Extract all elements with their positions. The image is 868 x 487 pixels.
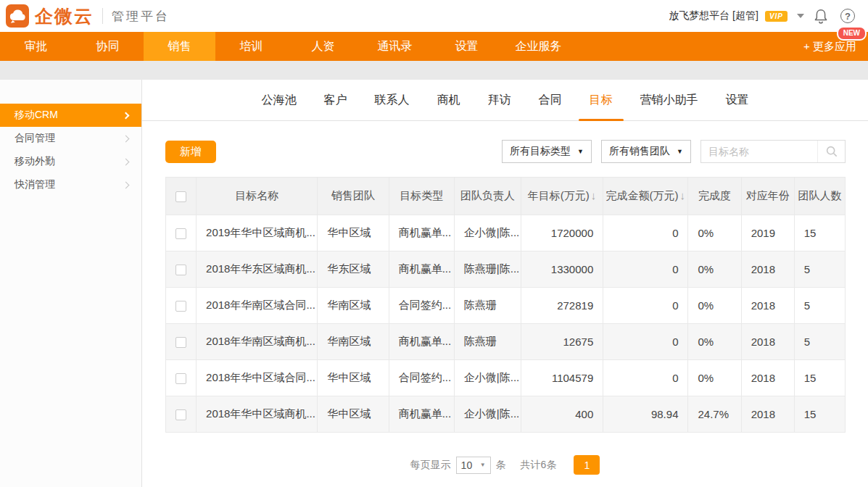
header-cell: 团队人数 — [794, 178, 845, 215]
cell-completed: 0 — [603, 288, 688, 324]
page-1-button[interactable]: 1 — [574, 455, 600, 475]
nav-item-approval[interactable]: 审批 — [0, 32, 72, 61]
chevron-right-icon — [123, 181, 130, 188]
sidebar-item-fmcg-management[interactable]: 快消管理 — [0, 173, 141, 196]
nav-item-training[interactable]: 培训 — [215, 32, 287, 61]
nav-item-enterprise-services[interactable]: 企业服务 — [503, 32, 574, 61]
per-page-select[interactable]: 10 ▼ — [456, 457, 491, 474]
column-label: 目标类型 — [400, 189, 443, 201]
main-panel: 公海池客户联系人商机拜访合同目标营销小助手设置 新增 所有目标类型 ▼ 所有销售… — [142, 80, 868, 487]
cell-owner: 企小微|陈... — [454, 360, 521, 396]
target-type-filter[interactable]: 所有目标类型 ▼ — [502, 140, 592, 163]
sidebar-item-contract-management[interactable]: 合同管理 — [0, 127, 141, 150]
tab-opportunities[interactable]: 商机 — [437, 80, 460, 120]
cell-team: 华南区域 — [318, 324, 389, 360]
help-icon[interactable]: ? — [840, 9, 855, 23]
cell-type: 合同签约... — [389, 360, 454, 396]
cell-year: 2018 — [741, 288, 794, 324]
row-checkbox[interactable] — [175, 409, 186, 420]
cell-year: 2018 — [741, 360, 794, 396]
table-row: 2019年华中区域商机...华中区域商机赢单...企小微|陈...1720000… — [166, 215, 846, 251]
cell-rate: 24.7% — [688, 396, 741, 433]
sort-desc-icon[interactable]: ↓ — [591, 189, 597, 201]
tab-targets[interactable]: 目标 — [590, 80, 613, 120]
cell-members: 5 — [794, 288, 845, 324]
cell-team: 华中区域 — [318, 215, 389, 251]
tab-contracts[interactable]: 合同 — [539, 80, 562, 120]
cell-type: 商机赢单... — [389, 324, 454, 360]
nav-item-sales[interactable]: 销售 — [144, 32, 215, 61]
add-button[interactable]: 新增 — [165, 141, 216, 163]
new-badge: NEW — [837, 26, 867, 41]
account-chevron-down-icon[interactable] — [797, 14, 804, 18]
nav-item-address-book[interactable]: 通讯录 — [359, 32, 431, 61]
tab-contacts[interactable]: 联系人 — [375, 80, 410, 120]
cell-target: 1330000 — [521, 251, 603, 288]
cell-target: 1720000 — [521, 215, 603, 251]
sidebar-item-field-work[interactable]: 移动外勤 — [0, 150, 141, 173]
page: 企微云 管理平台 放飞梦想平台 [超管] VIP ? 审批协同销售培训人资通讯录… — [0, 0, 868, 487]
select-all-checkbox[interactable] — [175, 191, 186, 202]
per-page-label: 每页显示 — [410, 459, 451, 472]
sidebar-item-label: 移动外勤 — [15, 155, 55, 168]
cell-rate: 0% — [688, 251, 741, 288]
table-row: 2018年华中区域合同...华中区域合同签约...企小微|陈...1104579… — [166, 360, 846, 396]
sidebar-item-mobile-crm[interactable]: 移动CRM — [0, 104, 141, 127]
cell-members: 5 — [794, 324, 845, 360]
notification-bell-icon[interactable] — [814, 8, 828, 24]
header-cell: 完成金额(万元)↓ — [603, 178, 688, 215]
cell-year: 2018 — [741, 251, 794, 288]
cell-team: 华中区域 — [318, 396, 389, 433]
table-row: 2018年华南区域合同...华南区域合同签约...陈燕珊27281900%201… — [166, 288, 846, 324]
cell-type: 商机赢单... — [389, 396, 454, 433]
row-checkbox[interactable] — [175, 228, 186, 239]
cell-target: 1104579 — [521, 360, 603, 396]
header-cell: 团队负责人 — [454, 178, 521, 215]
table-header-row: 目标名称销售团队目标类型团队负责人年目标(万元)↓完成金额(万元)↓完成度对应年… — [166, 178, 846, 215]
cloud-logo-icon — [6, 4, 29, 28]
cell-name[interactable]: 2018年华东区域商机... — [197, 251, 318, 288]
nav-item-collaboration[interactable]: 协同 — [72, 32, 144, 61]
row-checkbox[interactable] — [175, 373, 186, 384]
cell-name[interactable]: 2018年华中区域合同... — [197, 360, 318, 396]
account-name[interactable]: 放飞梦想平台 [超管] — [669, 9, 759, 22]
cell-members: 5 — [794, 251, 845, 288]
tab-visits[interactable]: 拜访 — [488, 80, 511, 120]
column-label: 目标名称 — [235, 189, 278, 201]
table-row: 2018年华南区域商机...华南区域商机赢单...陈燕珊1267500%2018… — [166, 324, 846, 360]
search-icon[interactable] — [817, 141, 845, 162]
nav-item-hr[interactable]: 人资 — [287, 32, 359, 61]
nav-item-settings[interactable]: 设置 — [431, 32, 503, 61]
sort-desc-icon[interactable]: ↓ — [680, 189, 686, 201]
row-checkbox[interactable] — [175, 301, 186, 312]
tab-marketing-assistant[interactable]: 营销小助手 — [640, 80, 698, 120]
tab-public-pool[interactable]: 公海池 — [262, 80, 297, 120]
tab-customers[interactable]: 客户 — [324, 80, 347, 120]
targets-table: 目标名称销售团队目标类型团队负责人年目标(万元)↓完成金额(万元)↓完成度对应年… — [165, 177, 846, 433]
cell-target: 400 — [521, 396, 603, 433]
cell-name[interactable]: 2018年华中区域商机... — [197, 396, 318, 433]
row-checkbox-cell — [166, 396, 197, 433]
cell-owner: 陈燕珊|陈... — [454, 251, 521, 288]
tab-settings[interactable]: 设置 — [726, 80, 749, 120]
header-cell: 目标类型 — [389, 178, 454, 215]
target-type-filter-value: 所有目标类型 — [510, 145, 571, 158]
row-checkbox[interactable] — [175, 337, 186, 348]
cell-rate: 0% — [688, 360, 741, 396]
sales-team-filter[interactable]: 所有销售团队 ▼ — [601, 140, 691, 163]
chevron-down-icon: ▼ — [480, 462, 486, 468]
cell-rate: 0% — [688, 324, 741, 360]
column-label: 完成度 — [698, 189, 731, 201]
cell-type: 商机赢单... — [389, 215, 454, 251]
cell-name[interactable]: 2018年华南区域商机... — [197, 324, 318, 360]
cell-name[interactable]: 2018年华南区域合同... — [197, 288, 318, 324]
cell-members: 15 — [794, 396, 845, 433]
cell-type: 商机赢单... — [389, 251, 454, 288]
cell-name[interactable]: 2019年华中区域商机... — [197, 215, 318, 251]
search-input[interactable] — [701, 141, 817, 162]
sales-team-filter-value: 所有销售团队 — [609, 145, 670, 158]
search-box — [700, 140, 846, 163]
row-checkbox[interactable] — [175, 265, 186, 275]
header-cell: 销售团队 — [318, 178, 389, 215]
table-row: 2018年华东区域商机...华东区域商机赢单...陈燕珊|陈...1330000… — [166, 251, 846, 288]
